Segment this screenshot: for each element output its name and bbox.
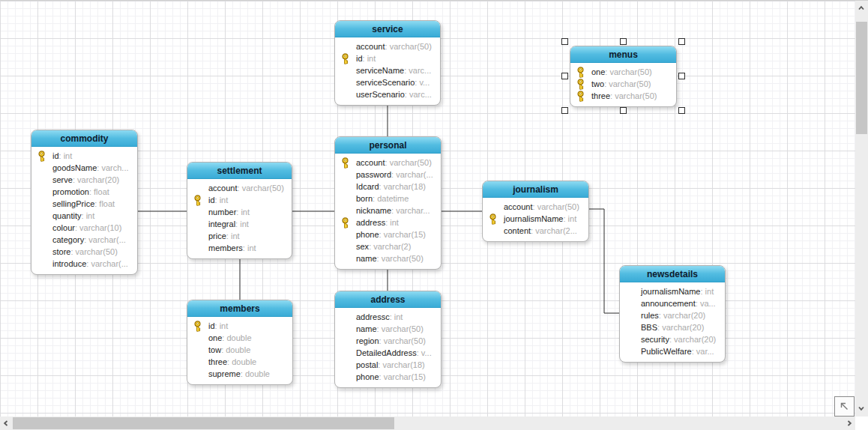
selection-handle-se[interactable]	[678, 107, 685, 114]
field-row[interactable]: quantity: int	[36, 210, 133, 222]
field-row[interactable]: three: varchar(50)	[575, 90, 672, 102]
entity-title[interactable]: commodity	[31, 130, 137, 147]
field-row[interactable]: integral: int	[192, 218, 287, 230]
field-row[interactable]: region: varchar(50)	[340, 335, 436, 347]
field-row[interactable]: sex: varchar(2)	[340, 240, 436, 252]
diagram-canvas[interactable]: serviceaccount: varchar(50)id: intservic…	[0, 1, 855, 417]
field-name: born	[356, 194, 373, 203]
entity-service[interactable]: serviceaccount: varchar(50)id: intservic…	[334, 20, 441, 106]
overview-button[interactable]	[834, 396, 855, 417]
horizontal-scrollbar[interactable]	[0, 417, 855, 430]
entity-address[interactable]: addressaddressc: intname: varchar(50)reg…	[334, 291, 441, 388]
field-row[interactable]: phone: varchar(15)	[340, 228, 436, 240]
entity-title[interactable]: address	[335, 291, 441, 308]
field-row[interactable]: account: varchar(50)	[340, 157, 436, 169]
field-name: account	[504, 202, 533, 211]
scroll-right-arrow-icon[interactable]	[843, 417, 855, 429]
field-row[interactable]: store: varchar(50)	[36, 246, 133, 258]
field-row[interactable]: serviceName: varc...	[340, 64, 435, 76]
field-row[interactable]: password: varchar(...	[340, 169, 436, 181]
field-name: introduce	[52, 259, 86, 268]
entity-title[interactable]: personal	[335, 137, 441, 154]
selection-handle-e[interactable]	[678, 73, 685, 79]
entity-title[interactable]: newsdetails	[620, 266, 725, 282]
entity-journalism[interactable]: journalismaccount: varchar(50)journalism…	[482, 181, 589, 242]
field-row[interactable]: three: double	[192, 356, 288, 368]
field-row[interactable]: addressc: int	[340, 311, 436, 323]
scroll-left-arrow-icon[interactable]	[0, 417, 12, 429]
field-row[interactable]: serviceScenario: v...	[340, 76, 435, 88]
entity-title[interactable]: journalism	[483, 181, 588, 198]
field-name: price	[208, 231, 226, 240]
selection-handle-nw[interactable]	[561, 38, 568, 45]
entity-title[interactable]: service	[335, 21, 440, 37]
selection-handle-ne[interactable]	[678, 38, 685, 45]
selection-handle-w[interactable]	[561, 73, 568, 79]
field-row[interactable]: category: varchar(...	[36, 234, 133, 246]
field-row[interactable]: price: int	[192, 230, 287, 242]
entity-newsdetails[interactable]: newsdetailsjournalismName: intannounceme…	[619, 265, 726, 363]
entity-menus[interactable]: menusone: varchar(50)two: varchar(50)thr…	[570, 46, 677, 107]
entity-settlement[interactable]: settlementaccount: varchar(50)id: intnum…	[187, 162, 292, 259]
field-type: : varchar(2...	[531, 226, 577, 235]
field-name: id	[208, 196, 215, 205]
selection-handle-s[interactable]	[620, 107, 627, 114]
scroll-up-arrow-icon[interactable]	[855, 2, 867, 14]
field-row[interactable]: one: varchar(50)	[575, 66, 672, 78]
entity-members[interactable]: membersid: intone: doubletow: doublethre…	[187, 300, 293, 385]
field-row[interactable]: id: int	[192, 320, 288, 332]
field-row[interactable]: DetailedAddress: v...	[340, 347, 436, 359]
vertical-scroll-thumb[interactable]	[856, 22, 867, 134]
field-row[interactable]: id: int	[340, 52, 435, 64]
entity-title[interactable]: menus	[570, 46, 676, 63]
field-row[interactable]: number: int	[192, 206, 287, 218]
field-row[interactable]: promotion: float	[36, 186, 133, 198]
field-row[interactable]: one: double	[192, 332, 288, 344]
entity-personal[interactable]: personalaccount: varchar(50)password: va…	[334, 136, 441, 270]
entity-title[interactable]: members	[187, 300, 292, 317]
selection-handle-sw[interactable]	[561, 107, 568, 114]
field-row[interactable]: security: varchar(20)	[624, 333, 720, 345]
field-row[interactable]: Idcard: varchar(18)	[340, 181, 436, 193]
field-row[interactable]: id: int	[192, 194, 287, 206]
field-row[interactable]: members: int	[192, 242, 287, 254]
field-name: postal	[356, 360, 378, 369]
field-row[interactable]: announcement: va...	[624, 297, 720, 309]
field-row[interactable]: PublicWelfare: var...	[624, 345, 720, 357]
relationship-line-journalism-newsdetails[interactable]	[589, 209, 619, 313]
vertical-scrollbar[interactable]	[855, 1, 868, 417]
field-row[interactable]: userScenario: varc...	[340, 88, 435, 100]
selection-handle-n[interactable]	[620, 38, 627, 45]
field-row[interactable]: two: varchar(50)	[575, 78, 672, 90]
field-type: : varchar(50)	[377, 324, 424, 333]
field-row[interactable]: colour: varchar(10)	[36, 222, 133, 234]
field-row[interactable]: account: varchar(50)	[340, 40, 435, 52]
field-row[interactable]: address: int	[340, 216, 436, 228]
field-row[interactable]: BBS: varchar(20)	[624, 321, 720, 333]
field-row[interactable]: phone: varchar(15)	[340, 371, 436, 383]
field-name: userScenario	[356, 90, 405, 99]
field-type: : varchar(50)	[385, 42, 432, 51]
field-row[interactable]: name: varchar(50)	[340, 252, 436, 264]
field-row[interactable]: id: int	[36, 150, 133, 162]
field-row[interactable]: content: varchar(2...	[487, 225, 584, 237]
field-row[interactable]: introduce: varchar(...	[36, 258, 133, 270]
field-row[interactable]: born: datetime	[340, 193, 436, 205]
field-row[interactable]: supreme: double	[192, 368, 288, 380]
field-row[interactable]: goodsName: varch...	[36, 162, 133, 174]
scroll-down-arrow-icon[interactable]	[855, 402, 867, 414]
entity-title[interactable]: settlement	[187, 163, 292, 179]
field-row[interactable]: tow: double	[192, 344, 288, 356]
entity-commodity[interactable]: commodityid: intgoodsName: varch...serve…	[31, 130, 138, 275]
field-row[interactable]: serve: varchar(20)	[36, 174, 133, 186]
horizontal-scroll-thumb[interactable]	[13, 417, 394, 429]
field-row[interactable]: postal: varchar(18)	[340, 359, 436, 371]
field-row[interactable]: sellingPrice: float	[36, 198, 133, 210]
field-row[interactable]: journalismName: int	[624, 285, 720, 297]
field-row[interactable]: account: varchar(50)	[192, 182, 287, 194]
field-row[interactable]: rules: varchar(20)	[624, 309, 720, 321]
field-row[interactable]: name: varchar(50)	[340, 323, 436, 335]
field-row[interactable]: account: varchar(50)	[487, 201, 584, 213]
field-row[interactable]: nickname: varchar...	[340, 205, 436, 216]
field-row[interactable]: journalismName: int	[487, 213, 584, 225]
